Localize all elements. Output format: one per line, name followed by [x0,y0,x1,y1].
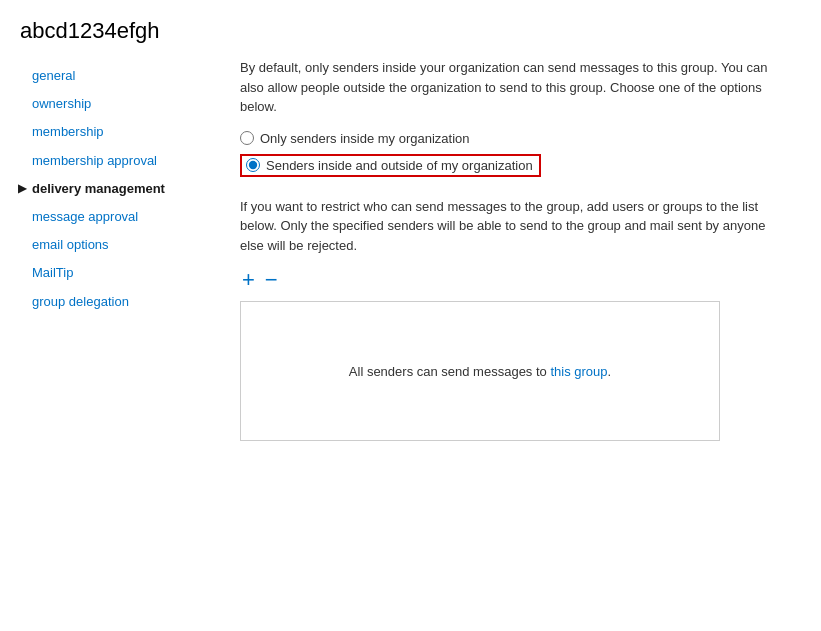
main-content: By default, only senders inside your org… [230,58,810,441]
sidebar-item-label: MailTip [32,264,73,282]
sidebar-item-label: membership [32,123,104,141]
toolbar: + − [240,269,780,291]
sidebar: ▶general▶ownership▶membership▶membership… [0,58,230,441]
sidebar-item-mailtip[interactable]: ▶MailTip [18,259,230,287]
sidebar-item-label: email options [32,236,109,254]
sidebar-item-general[interactable]: ▶general [18,62,230,90]
radio-inside-label: Only senders inside my organization [260,131,470,146]
radio-outside-org[interactable] [246,158,260,172]
sidebar-item-membership[interactable]: ▶membership [18,118,230,146]
this-group-link[interactable]: this group [550,364,607,379]
description-text: By default, only senders inside your org… [240,58,780,117]
sidebar-item-group-delegation[interactable]: ▶group delegation [18,288,230,316]
empty-list-text: All senders can send messages to this gr… [349,364,611,379]
sidebar-item-email-options[interactable]: ▶email options [18,231,230,259]
sidebar-item-label: general [32,67,75,85]
radio-option-outside-container[interactable]: Senders inside and outside of my organiz… [240,154,541,177]
radio-inside-org[interactable] [240,131,254,145]
radio-outside-label: Senders inside and outside of my organiz… [266,158,533,173]
sidebar-item-ownership[interactable]: ▶ownership [18,90,230,118]
restrict-description: If you want to restrict who can send mes… [240,197,780,256]
radio-option-inside[interactable]: Only senders inside my organization [240,131,780,146]
sidebar-item-label: membership approval [32,152,157,170]
sidebar-item-message-approval[interactable]: ▶message approval [18,203,230,231]
sidebar-item-label: message approval [32,208,138,226]
sidebar-item-label: delivery management [32,180,165,198]
radio-group: Only senders inside my organization Send… [240,131,780,185]
senders-list: All senders can send messages to this gr… [240,301,720,441]
arrow-icon: ▶ [18,181,30,196]
sidebar-item-membership-approval[interactable]: ▶membership approval [18,147,230,175]
sidebar-item-label: group delegation [32,293,129,311]
sidebar-item-label: ownership [32,95,91,113]
remove-button[interactable]: − [263,269,280,291]
sidebar-item-delivery-management[interactable]: ▶delivery management [18,175,230,203]
add-button[interactable]: + [240,269,257,291]
page-title: abcd1234efgh [0,0,821,58]
